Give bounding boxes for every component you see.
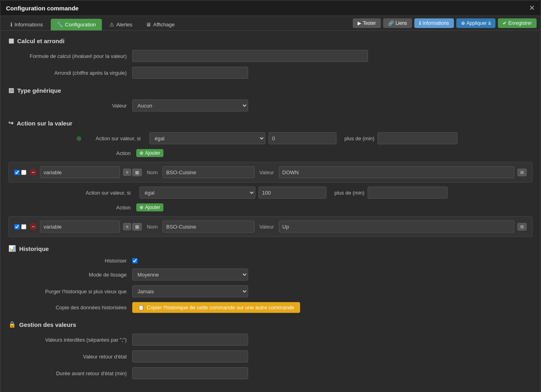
action-condition-group-2: Action sur valeur, si égal différent sup…: [8, 187, 533, 199]
liens-icon: 🔗: [388, 20, 394, 26]
informations-toolbar-button[interactable]: ℹ Informations: [414, 18, 454, 28]
action-row-2-tool2[interactable]: ▦: [132, 223, 142, 231]
plus-de-input-2[interactable]: [368, 187, 448, 199]
action-row-2-tools: ≡ ▦: [123, 223, 142, 231]
copie-button-label: Copier l'historique de cette commande su…: [147, 304, 294, 310]
modal-title: Configuration commande: [6, 5, 79, 12]
action-row-1-check2[interactable]: [21, 170, 26, 175]
tab-alertes[interactable]: ⚠ Alertes: [103, 19, 138, 30]
action-add-group-2: Action ⊕ Ajouter: [8, 203, 533, 211]
historiser-label: Historiser: [8, 258, 132, 264]
action-title-text: Action sur la valeur: [17, 120, 72, 127]
action-row-2-nom-input[interactable]: [163, 221, 255, 233]
interdites-label: Valeurs interdites (séparées par ";"): [8, 337, 132, 343]
add-icon-2: ⊕: [139, 205, 143, 210]
copie-group: Copie des données historisées 📋 Copier l…: [8, 302, 533, 313]
action-row-1-valeur-label: Valeur: [259, 169, 274, 175]
add-action-button-2[interactable]: ⊕ Ajouter: [136, 203, 163, 211]
action-row-1-line: − ≡ ▦ Nom Valeur ⊞: [14, 166, 527, 178]
valeur-generique-select[interactable]: Aucun Température Humidité Pression: [132, 99, 248, 111]
condition-value-input-1[interactable]: [269, 132, 336, 144]
action-row-2-valeur-input[interactable]: [279, 221, 515, 233]
action-row-1-valeur-input[interactable]: [279, 166, 515, 178]
arrondi-input[interactable]: [132, 67, 248, 79]
calcul-icon: ▦: [8, 37, 14, 44]
action-row-1-tool1[interactable]: ≡: [123, 169, 131, 176]
purger-select[interactable]: Jamais 1 mois 3 mois 6 mois 1 an: [132, 285, 248, 297]
add-label-2: Ajouter: [145, 205, 160, 210]
purger-group: Purger l'historique si plus vieux que Ja…: [8, 285, 533, 297]
main-content: ▦ Calcul et arrondi Formule de calcul (#…: [0, 31, 541, 392]
gestion-section: 🔒 Gestion des valeurs Valeurs interdites…: [8, 321, 533, 379]
action-valeur-si-label-1: Action sur valeur, si: [86, 135, 146, 141]
action-condition-group-1: ⊕ Action sur valeur, si égal différent s…: [8, 132, 533, 144]
condition-value-input-2[interactable]: [259, 187, 326, 199]
historiser-checkbox[interactable]: [132, 258, 137, 263]
add-action-button-1[interactable]: ⊕ Ajouter: [136, 149, 163, 157]
action-icon: ↪: [8, 119, 14, 127]
historique-icon: 📊: [8, 245, 16, 252]
action-row-1-tool2[interactable]: ▦: [132, 169, 142, 176]
tester-icon: ▶: [358, 20, 361, 26]
modal-header: Configuration commande ✕: [0, 0, 541, 16]
action-row-1-check1[interactable]: [14, 170, 20, 175]
tester-button[interactable]: ▶ Tester: [353, 18, 381, 28]
action-row-1: − ≡ ▦ Nom Valeur ⊞: [8, 162, 533, 183]
action-row-2-check2[interactable]: [21, 224, 26, 229]
formule-label: Formule de calcul (#value# pour la valeu…: [8, 53, 132, 59]
appliquer-label: Appliquer à: [467, 20, 491, 26]
toolbar-right: ▶ Tester 🔗 Liens ℹ Informations ⊕ Appliq…: [353, 18, 537, 30]
tab-configuration-label: Configuration: [65, 22, 96, 28]
tab-configuration[interactable]: 🔧 Configuration: [51, 19, 102, 30]
informations-toolbar-label: Informations: [423, 20, 449, 26]
condition-select-2[interactable]: égal différent supérieur inférieur: [139, 187, 255, 199]
mode-lissage-group: Mode de lissage Moyenne Maximum Minimum …: [8, 269, 533, 281]
formule-group: Formule de calcul (#value# pour la valeu…: [8, 50, 533, 62]
action-row-2-type-input[interactable]: [40, 221, 120, 233]
action-row-1-nom-input[interactable]: [163, 166, 255, 178]
plus-de-input-1[interactable]: [378, 132, 457, 144]
action-row-2-tool3[interactable]: ⊞: [517, 223, 527, 231]
interdites-group: Valeurs interdites (séparées par ";"): [8, 334, 533, 346]
action-valeur-si-label-2: Action sur valeur, si: [76, 190, 136, 196]
action-row-2-checks: [14, 224, 26, 229]
action-section: ↪ Action sur la valeur ⊕ Action sur vale…: [8, 119, 533, 237]
plus-de-label-2: plus de (min): [334, 190, 364, 196]
copie-button[interactable]: 📋 Copier l'historique de cette commande …: [132, 302, 300, 313]
condition-select-1[interactable]: égal différent supérieur inférieur: [149, 132, 265, 144]
copie-label: Copie des données historisées: [8, 304, 132, 310]
action-row-1-remove-button[interactable]: −: [30, 169, 37, 176]
action-row-1-type-input[interactable]: [40, 166, 120, 178]
action-add-label-2: Action: [76, 205, 136, 211]
gestion-title-text: Gestion des valeurs: [19, 321, 76, 328]
gestion-icon: 🔒: [8, 321, 16, 328]
action-row-2-remove-button[interactable]: −: [30, 223, 37, 230]
action-row-2-line: − ≡ ▦ Nom Valeur ⊞: [14, 221, 527, 233]
historiser-group: Historiser: [8, 258, 533, 264]
duree-input[interactable]: [132, 367, 248, 379]
action-row-1-tool3[interactable]: ⊞: [517, 169, 527, 176]
enregistrer-icon: ✔: [503, 20, 507, 26]
tab-informations[interactable]: ℹ Informations: [4, 19, 49, 30]
formule-input[interactable]: [132, 50, 368, 62]
config-tab-icon: 🔧: [57, 22, 63, 28]
action-row-2-tool1[interactable]: ≡: [123, 223, 131, 230]
duree-label: Durée avant retour d'état (min): [8, 370, 132, 376]
historique-section-title: 📊 Historique: [8, 245, 533, 252]
retour-etat-group: Valeur retour d'état: [8, 350, 533, 362]
calcul-title-text: Calcul et arrondi: [17, 38, 64, 44]
calcul-section: ▦ Calcul et arrondi Formule de calcul (#…: [8, 37, 533, 79]
type-icon: ▨: [8, 87, 14, 94]
action-row-2-nom-label: Nom: [147, 224, 157, 230]
retour-etat-input[interactable]: [132, 350, 248, 362]
liens-button[interactable]: 🔗 Liens: [383, 18, 412, 28]
interdites-input[interactable]: [132, 334, 248, 346]
mode-lissage-select[interactable]: Moyenne Maximum Minimum Aucun: [132, 269, 248, 281]
affichage-tab-icon: 🖥: [146, 22, 151, 28]
type-generique-title: ▨ Type générique: [8, 87, 533, 94]
appliquer-button[interactable]: ⊕ Appliquer à: [456, 18, 496, 28]
modal-close-button[interactable]: ✕: [529, 4, 535, 12]
enregistrer-button[interactable]: ✔ Enregistrer: [498, 18, 537, 28]
tab-affichage[interactable]: 🖥 Affichage: [140, 19, 181, 30]
action-row-2-check1[interactable]: [14, 224, 20, 229]
